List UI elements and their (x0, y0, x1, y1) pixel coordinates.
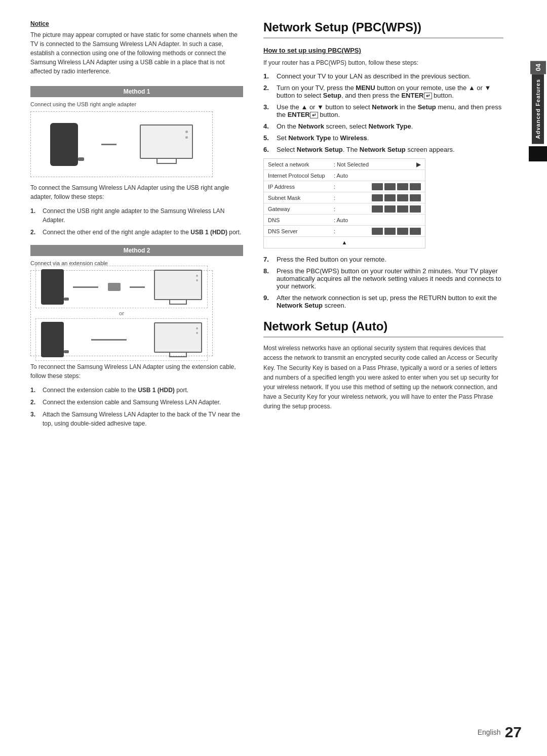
section2-body: Most wireless networks have an optional … (263, 344, 503, 411)
method1-step-2: 2. Connect the other end of the right an… (30, 228, 243, 237)
method1-step-1: 1. Connect the USB right angle adapter t… (30, 206, 243, 225)
step-7: 7. Press the Red button on your remote. (263, 256, 503, 263)
method2-steps: 1. Connect the extension cable to the US… (30, 386, 243, 428)
step-text: Connect the USB right angle adapter to t… (43, 206, 243, 225)
notice-section: Notice The picture may appear corrupted … (30, 20, 243, 76)
step-9: 9. After the network connection is set u… (263, 294, 503, 309)
main-content: Notice The picture may appear corrupted … (0, 0, 529, 756)
step-2: 2. Turn on your TV, press the MENU butto… (263, 84, 503, 99)
method2-diagram: or (30, 270, 213, 356)
table-row-select-network: Select a network : Not Selected ▶ (264, 159, 425, 170)
footer: English 27 (478, 724, 522, 741)
step-6: 6. Select Network Setup. The Network Set… (263, 146, 503, 153)
table-row-ips: Internet Protocol Setup : Auto (264, 170, 425, 181)
left-column: Notice The picture may appear corrupted … (30, 20, 243, 736)
method2-intro: To reconnect the Samsung Wireless LAN Ad… (30, 362, 243, 381)
step-1: 1. Connect your TV to your LAN as descri… (263, 72, 503, 80)
table-scroll-row: ▲ (264, 237, 425, 248)
table-row-gateway: Gateway : (264, 203, 425, 215)
section1-title: Network Setup (PBC(WPS)) (263, 20, 503, 38)
step-4: 4. On the Network screen, select Network… (263, 122, 503, 130)
step-5: 5. Set Network Type to Wireless. (263, 134, 503, 142)
chapter-label: Advanced Features (532, 74, 544, 144)
section1-intro: If your router has a PBC(WPS) button, fo… (263, 58, 503, 67)
chapter-tab: 04 Advanced Features (529, 61, 547, 161)
table-row-dns-server: DNS Server : (264, 226, 425, 237)
table-row-ip: IP Address : (264, 181, 425, 192)
method1-steps: 1. Connect the USB right angle adapter t… (30, 206, 243, 237)
method2-step-3: 3. Attach the Samsung Wireless LAN Adapt… (30, 410, 243, 428)
step-3: 3. Use the ▲ or ▼ button to select Netwo… (263, 103, 503, 118)
method1-diagram (30, 111, 213, 177)
method2-section: Method 2 Connect via an extension cable (30, 245, 243, 428)
footer-language: English (478, 728, 501, 736)
step-num: 2. (30, 228, 38, 237)
network-setup-pbc-section: Network Setup (PBC(WPS)) How to set up u… (263, 20, 503, 309)
notice-text: The picture may appear corrupted or have… (30, 30, 243, 76)
network-setup-table: Select a network : Not Selected ▶ Intern… (263, 158, 425, 248)
section2-title: Network Setup (Auto) (263, 319, 503, 338)
step-num: 1. (30, 206, 38, 225)
chapter-number: 04 (530, 61, 546, 74)
steps-7-to-9: 7. Press the Red button on your remote. … (263, 256, 503, 309)
method1-intro: To connect the Samsung Wireless LAN Adap… (30, 183, 243, 201)
or-text: or (119, 310, 124, 316)
method2-label: Method 2 (30, 245, 243, 256)
notice-title: Notice (30, 20, 243, 27)
method1-label: Method 1 (30, 86, 243, 97)
step-8: 8. Press the PBC(WPS) button on your rou… (263, 267, 503, 290)
method2-step-2: 2. Connect the extension cable and Samsu… (30, 398, 243, 407)
steps-1-to-6: 1. Connect your TV to your LAN as descri… (263, 72, 503, 153)
right-column: Network Setup (PBC(WPS)) How to set up u… (263, 20, 503, 736)
table-row-subnet: Subnet Mask : (264, 192, 425, 203)
method2-step-1: 1. Connect the extension cable to the US… (30, 386, 243, 395)
page: 04 Advanced Features Notice The picture … (0, 0, 547, 756)
method1-section: Method 1 Connect using the USB right ang… (30, 86, 243, 237)
footer-page: 27 (505, 724, 522, 741)
network-setup-auto-section: Network Setup (Auto) Most wireless netwo… (263, 319, 503, 411)
method1-subtitle: Connect using the USB right angle adapte… (30, 101, 243, 107)
step-text: Connect the other end of the right angle… (43, 228, 243, 237)
table-row-dns: DNS : Auto (264, 215, 425, 226)
section1-subheading: How to set up using PBC(WPS) (263, 47, 503, 54)
